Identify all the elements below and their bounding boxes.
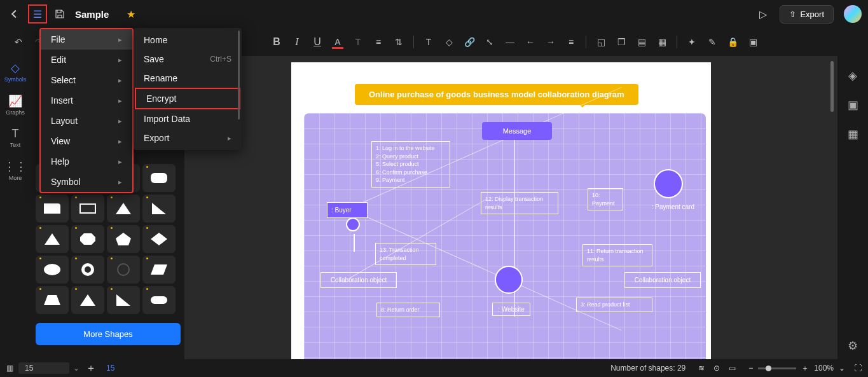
- shape-rounded-rect-4[interactable]: [142, 164, 176, 192]
- shape-donut[interactable]: [71, 256, 104, 284]
- rail-more[interactable]: ⋮⋮More: [4, 160, 27, 181]
- shape-pentagon[interactable]: [107, 225, 140, 253]
- note-8[interactable]: 8: Return order: [376, 303, 440, 317]
- collab-object-right[interactable]: Collaboration object: [624, 272, 701, 288]
- edit-button[interactable]: ✎: [704, 34, 720, 50]
- rail-symbols[interactable]: ◇Symbols: [4, 61, 27, 83]
- shape-trapezoid[interactable]: [36, 286, 69, 314]
- submenu-home[interactable]: Home: [134, 31, 242, 50]
- zoom-value-input[interactable]: 15: [18, 362, 69, 374]
- shape-right-triangle-2[interactable]: [107, 286, 140, 314]
- shape-triangle-3[interactable]: [71, 286, 104, 314]
- italic-button[interactable]: I: [289, 34, 305, 50]
- shape-triangle[interactable]: [107, 195, 140, 223]
- shape-ellipse[interactable]: [36, 256, 69, 284]
- zoom-out-button[interactable]: −: [748, 364, 753, 373]
- shape-tab[interactable]: [36, 195, 69, 223]
- focus-icon[interactable]: ⊙: [713, 364, 720, 373]
- rail-graphs[interactable]: 📈Graphs: [6, 94, 25, 116]
- website-node[interactable]: : Website: [492, 303, 530, 316]
- menu-help[interactable]: Help▸: [41, 151, 132, 172]
- shape-octagon[interactable]: [71, 225, 104, 253]
- zoom-in-button[interactable]: ＋: [801, 363, 809, 374]
- menu-insert[interactable]: Insert▸: [41, 90, 132, 111]
- menu-symbol[interactable]: Symbol▸: [41, 172, 132, 192]
- payment-card-node[interactable]: [654, 169, 683, 198]
- canvas-scrollbar[interactable]: [830, 61, 834, 112]
- container-button[interactable]: ▣: [745, 34, 761, 50]
- zoom-slider[interactable]: [758, 367, 796, 369]
- shape-diamond[interactable]: [142, 225, 176, 253]
- chevron-down-icon[interactable]: ⌄: [73, 364, 79, 373]
- main-menu-button[interactable]: ☰: [28, 4, 47, 24]
- export-button[interactable]: ⇧ Export: [780, 5, 834, 24]
- layers-icon[interactable]: ≋: [698, 364, 705, 373]
- effects-button[interactable]: ✦: [684, 34, 700, 50]
- note-3[interactable]: 3: Read product list: [576, 298, 652, 312]
- collab-object-left[interactable]: Collaboration object: [320, 272, 397, 288]
- submenu-encrypt[interactable]: Encrypt: [135, 88, 240, 109]
- undo-button[interactable]: ↶: [10, 34, 27, 50]
- underline-button[interactable]: U: [309, 34, 326, 50]
- play-button[interactable]: ▷: [759, 8, 767, 20]
- more-shapes-button[interactable]: More Shapes: [36, 323, 181, 345]
- menu-layout[interactable]: Layout▸: [41, 111, 132, 131]
- align-objects-button[interactable]: ▤: [633, 34, 650, 50]
- connector-button[interactable]: ⤡: [481, 34, 498, 50]
- back-button[interactable]: [6, 6, 22, 22]
- chevron-down-icon[interactable]: ⌄: [839, 364, 845, 373]
- distribute-button[interactable]: ▦: [654, 34, 670, 50]
- menu-edit[interactable]: Edit▸: [41, 50, 132, 70]
- submenu-import-data[interactable]: Import Data: [134, 109, 242, 128]
- submenu-export[interactable]: Export▸: [134, 128, 242, 147]
- clipboard-button[interactable]: ◱: [593, 34, 609, 50]
- note-13[interactable]: 13: Transaction completed: [375, 243, 436, 265]
- pages-icon[interactable]: ▭: [729, 364, 736, 373]
- submenu-rename[interactable]: Rename: [134, 69, 242, 88]
- settings-panel-button[interactable]: ⚙: [848, 339, 858, 353]
- line-weight-button[interactable]: ≡: [563, 34, 579, 50]
- shape-triangle-up[interactable]: [36, 225, 69, 253]
- font-color-button[interactable]: A: [329, 34, 346, 50]
- text-format-button[interactable]: T: [350, 34, 366, 50]
- canvas[interactable]: Online purchase of goods business model …: [184, 56, 837, 359]
- ruler-icon[interactable]: ▥: [6, 364, 13, 373]
- line-style-button[interactable]: —: [502, 34, 518, 50]
- link-tool-button[interactable]: 🔗: [461, 34, 478, 50]
- shape-rect[interactable]: [71, 195, 104, 223]
- menu-select[interactable]: Select▸: [41, 70, 132, 90]
- layers-panel-button[interactable]: ▣: [848, 98, 858, 112]
- line-spacing-button[interactable]: ⇅: [390, 34, 407, 50]
- shape-capsule[interactable]: [142, 286, 176, 314]
- message-node[interactable]: Message: [482, 122, 552, 140]
- star-icon[interactable]: ★: [127, 8, 135, 20]
- note-login[interactable]: 1: Log in to the website 2: Query produc…: [371, 141, 450, 188]
- fullscreen-icon[interactable]: ⛶: [854, 364, 862, 373]
- note-12[interactable]: 12: Display transaction results: [481, 192, 558, 214]
- note-11[interactable]: 11: Return transaction results: [582, 244, 652, 266]
- fill-panel-button[interactable]: ◈: [848, 69, 857, 83]
- shape-tool-button[interactable]: ◇: [441, 34, 457, 50]
- arrow-end-button[interactable]: →: [542, 34, 559, 50]
- center-node[interactable]: [495, 266, 523, 294]
- submenu-save[interactable]: SaveCtrl+S: [134, 50, 242, 69]
- text-tool-button[interactable]: T: [420, 34, 437, 50]
- copy-button[interactable]: ❐: [613, 34, 630, 50]
- shape-circle-outline[interactable]: [107, 256, 140, 284]
- shape-right-triangle[interactable]: [142, 195, 176, 223]
- avatar[interactable]: [844, 5, 862, 23]
- arrow-start-button[interactable]: ←: [522, 34, 539, 50]
- grid-panel-button[interactable]: ▦: [848, 127, 858, 141]
- align-button[interactable]: ≡: [370, 34, 387, 50]
- add-page-button[interactable]: ＋: [86, 362, 96, 375]
- lock-button[interactable]: 🔒: [724, 34, 741, 50]
- page-number[interactable]: 15: [106, 364, 114, 373]
- save-icon[interactable]: [53, 8, 66, 20]
- rail-text[interactable]: TText: [10, 127, 21, 148]
- buyer-label[interactable]: : Buyer: [327, 202, 368, 218]
- menu-view[interactable]: View▸: [41, 131, 132, 151]
- bold-button[interactable]: B: [268, 34, 285, 50]
- menu-file[interactable]: File▸: [41, 29, 132, 50]
- buyer-actor-icon[interactable]: [346, 217, 360, 231]
- note-10[interactable]: 10: Payment: [588, 188, 623, 210]
